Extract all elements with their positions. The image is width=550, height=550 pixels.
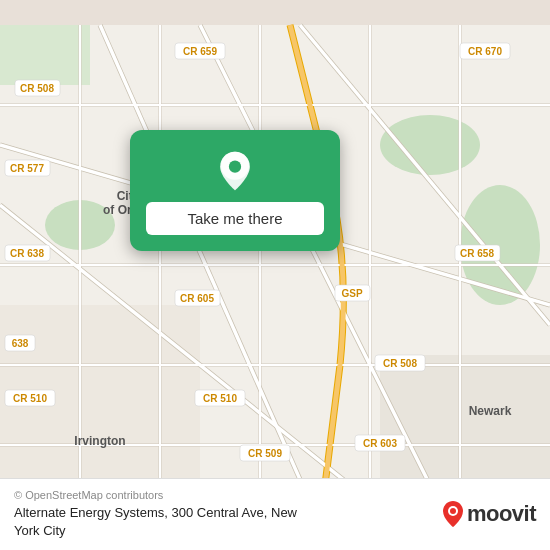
svg-text:Newark: Newark — [469, 404, 512, 418]
svg-text:Irvington: Irvington — [74, 434, 125, 448]
address-line1: Alternate Energy Systems, 300 Central Av… — [14, 504, 297, 522]
take-me-there-button[interactable]: Take me there — [146, 202, 324, 235]
svg-text:CR 508: CR 508 — [383, 358, 417, 369]
svg-text:CR 658: CR 658 — [460, 248, 494, 259]
map-svg: CR 659 CR 670 CR 508 CR 577 City of Oran… — [0, 0, 550, 550]
svg-text:CR 509: CR 509 — [248, 448, 282, 459]
svg-rect-5 — [0, 25, 90, 85]
location-pin-icon — [214, 150, 256, 192]
copyright-text: © OpenStreetMap contributors — [14, 489, 297, 501]
map-container: CR 659 CR 670 CR 508 CR 577 City of Oran… — [0, 0, 550, 550]
svg-text:CR 605: CR 605 — [180, 293, 214, 304]
svg-text:CR 510: CR 510 — [13, 393, 47, 404]
address-line2: York City — [14, 522, 297, 540]
svg-text:CR 603: CR 603 — [363, 438, 397, 449]
location-card: Take me there — [130, 130, 340, 251]
moovit-logo: moovit — [442, 500, 536, 528]
svg-point-73 — [450, 508, 456, 514]
svg-text:CR 510: CR 510 — [203, 393, 237, 404]
svg-point-3 — [380, 115, 480, 175]
bottom-bar: © OpenStreetMap contributors Alternate E… — [0, 478, 550, 550]
svg-text:638: 638 — [12, 338, 29, 349]
moovit-pin-icon — [442, 500, 464, 528]
svg-text:CR 508: CR 508 — [20, 83, 54, 94]
svg-text:CR 659: CR 659 — [183, 46, 217, 57]
svg-text:CR 670: CR 670 — [468, 46, 502, 57]
bottom-info: © OpenStreetMap contributors Alternate E… — [14, 489, 297, 540]
svg-text:CR 577: CR 577 — [10, 163, 44, 174]
svg-text:CR 638: CR 638 — [10, 248, 44, 259]
moovit-brand-text: moovit — [467, 501, 536, 527]
svg-text:GSP: GSP — [341, 288, 362, 299]
svg-point-71 — [229, 161, 241, 173]
